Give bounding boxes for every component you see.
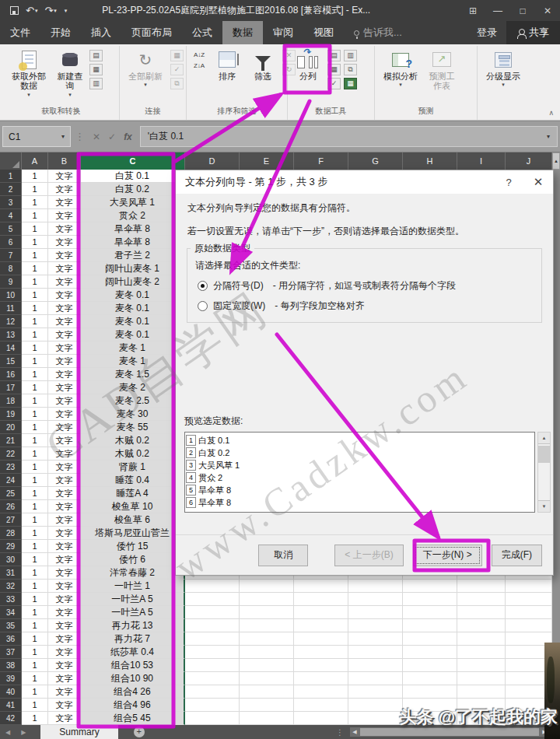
next-sheet-icon[interactable]: ▶ — [16, 729, 31, 736]
row-header[interactable]: 18 — [0, 394, 22, 408]
grid-cell[interactable] — [294, 685, 348, 699]
grid-cell[interactable]: 文字 — [48, 408, 81, 421]
grid-cell[interactable] — [294, 593, 348, 606]
grid-cell[interactable]: 麦冬 0.1 — [81, 289, 185, 302]
row-header[interactable]: 3 — [0, 196, 22, 209]
grid-cell[interactable]: 1 — [22, 328, 48, 341]
grid-cell[interactable]: 文字 — [48, 527, 81, 540]
grid-cell[interactable]: 文字 — [48, 606, 81, 619]
delimited-radio[interactable]: 分隔符号(D) - 用分隔字符，如逗号或制表符分隔每个字段 — [198, 279, 541, 292]
grid-cell[interactable]: 文字 — [48, 394, 81, 408]
row-header[interactable]: 15 — [0, 355, 22, 368]
grid-cell[interactable]: 睡莲A 4 — [81, 487, 185, 500]
grid-cell[interactable]: 1 — [22, 606, 48, 619]
row-header[interactable]: 10 — [0, 289, 22, 302]
row-header[interactable]: 42 — [0, 712, 22, 725]
reapply-icon[interactable]: ↻ — [282, 64, 296, 75]
column-header-A[interactable]: A — [22, 152, 48, 170]
sheet-tab-summary[interactable]: Summary — [40, 725, 117, 739]
grid-cell[interactable]: 旱伞草 8 — [81, 222, 185, 236]
row-header[interactable]: 31 — [0, 566, 22, 580]
row-header[interactable]: 8 — [0, 262, 22, 275]
grid-cell[interactable]: 麦冬 1.5 — [81, 368, 185, 381]
minimize-button[interactable]: — — [485, 0, 510, 21]
grid-cell[interactable]: 文字 — [48, 275, 81, 289]
grid-cell[interactable]: 1 — [22, 196, 48, 209]
grid-cell[interactable]: 贯众 2 — [81, 209, 185, 222]
grid-cell[interactable] — [403, 632, 457, 646]
grid-cell[interactable]: 组合10 53 — [81, 659, 185, 672]
grid-cell[interactable]: 文字 — [48, 659, 81, 672]
get-external-data-button[interactable]: 获取外部数据 ▾ — [5, 46, 52, 106]
grid-cell[interactable] — [506, 606, 552, 619]
cancel-entry-icon[interactable]: ✕ — [93, 131, 100, 142]
grid-cell[interactable]: 1 — [22, 222, 48, 236]
grid-cell[interactable] — [506, 593, 552, 606]
grid-cell[interactable]: 肾蕨 1 — [81, 461, 185, 474]
tab-home[interactable]: 开始 — [40, 21, 81, 44]
grid-cell[interactable] — [185, 659, 240, 672]
row-header[interactable]: 22 — [0, 447, 22, 461]
grid-cell[interactable]: 文字 — [48, 381, 81, 394]
grid-cell[interactable] — [348, 619, 403, 632]
grid-cell[interactable]: 1 — [22, 553, 48, 566]
grid-cell[interactable]: 文字 — [48, 672, 81, 685]
grid-cell[interactable]: 1 — [22, 672, 48, 685]
grid-cell[interactable] — [403, 672, 457, 685]
grid-cell[interactable]: 1 — [22, 619, 48, 632]
grid-cell[interactable] — [240, 646, 294, 659]
select-all-corner[interactable] — [0, 152, 22, 170]
row-header[interactable]: 33 — [0, 593, 22, 606]
grid-cell[interactable]: 文字 — [48, 699, 81, 712]
fixed-width-radio[interactable]: 固定宽度(W) - 每列字段加空格对齐 — [198, 299, 541, 313]
grid-cell[interactable]: 1 — [22, 262, 48, 275]
grid-cell[interactable]: 1 — [22, 566, 48, 580]
grid-cell[interactable]: 麦冬 30 — [81, 408, 185, 421]
grid-cell[interactable]: 1 — [22, 659, 48, 672]
row-header[interactable]: 20 — [0, 421, 22, 434]
maximize-button[interactable]: □ — [510, 0, 535, 21]
grid-cell[interactable]: 文字 — [48, 236, 81, 249]
dialog-close-button[interactable]: ✕ — [523, 170, 553, 194]
tab-view[interactable]: 视图 — [303, 21, 344, 44]
scroll-down-icon[interactable]: ▼ — [538, 500, 550, 512]
row-header[interactable]: 1 — [0, 170, 22, 183]
row-header[interactable]: 26 — [0, 500, 22, 513]
manage-data-model-icon[interactable]: ▦ — [344, 78, 357, 89]
row-header[interactable]: 24 — [0, 474, 22, 487]
grid-cell[interactable]: 麦冬 2.5 — [81, 394, 185, 408]
row-header[interactable]: 23 — [0, 461, 22, 474]
row-header[interactable]: 12 — [0, 315, 22, 328]
grid-cell[interactable]: 1 — [22, 355, 48, 368]
grid-cell[interactable]: 1 — [22, 315, 48, 328]
column-header-G[interactable]: G — [348, 152, 403, 170]
grid-cell[interactable]: 1 — [22, 209, 48, 222]
grid-cell[interactable]: 塔斯马尼亚山菅兰 — [81, 527, 185, 540]
grid-cell[interactable] — [457, 580, 506, 593]
grid-cell[interactable]: 文字 — [48, 209, 81, 222]
grid-cell[interactable]: 一叶兰A 5 — [81, 593, 185, 606]
grid-cell[interactable]: 文字 — [48, 262, 81, 275]
grid-cell[interactable] — [457, 606, 506, 619]
properties-icon[interactable]: ✓ — [170, 64, 184, 75]
grid-cell[interactable]: 文字 — [48, 580, 81, 593]
preview-scrollbar[interactable]: ▲ ▼ — [537, 432, 551, 513]
grid-cell[interactable]: 组合4 96 — [81, 699, 185, 712]
grid-cell[interactable] — [185, 606, 240, 619]
row-header[interactable]: 6 — [0, 236, 22, 249]
grid-cell[interactable] — [348, 606, 403, 619]
grid-cell[interactable]: 1 — [22, 513, 48, 527]
column-header-F[interactable]: F — [294, 152, 348, 170]
grid-cell[interactable]: 组合5 45 — [81, 712, 185, 725]
grid-cell[interactable]: 大吴风草 1 — [81, 196, 185, 209]
grid-cell[interactable]: 麦冬 1 — [81, 341, 185, 355]
row-header[interactable]: 13 — [0, 328, 22, 341]
grid-cell[interactable]: 倭竹 6 — [81, 553, 185, 566]
grid-cell[interactable]: 1 — [22, 474, 48, 487]
grid-cell[interactable]: 1 — [22, 487, 48, 500]
grid-cell[interactable]: 麦冬 1 — [81, 355, 185, 368]
grid-cell[interactable]: 纸莎草 0.4 — [81, 646, 185, 659]
grid-cell[interactable] — [506, 619, 552, 632]
grid-cell[interactable] — [348, 646, 403, 659]
grid-cell[interactable] — [185, 672, 240, 685]
